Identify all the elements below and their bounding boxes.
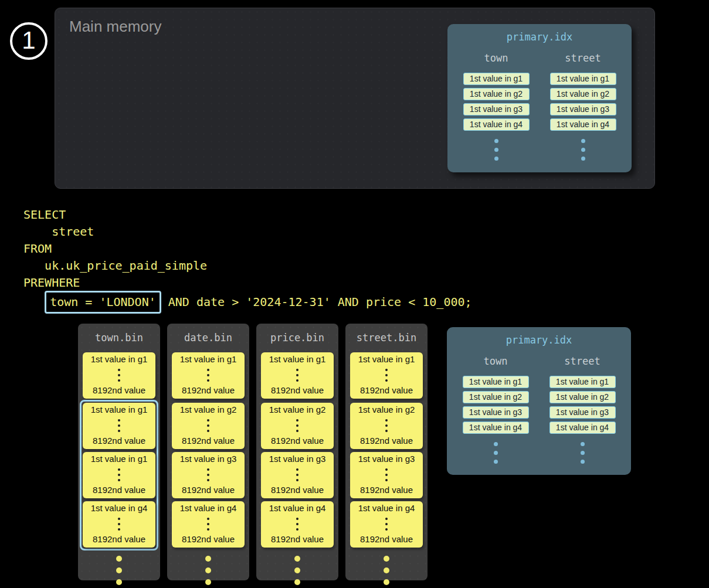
bin-column-header: street.bin [345, 324, 428, 344]
primary-idx-title: primary.idx [447, 24, 632, 43]
step-badge: 1 [10, 22, 48, 60]
granule-block: 1st value in g4 8192nd value [261, 501, 334, 548]
granule-group: 1st value in g2 8192nd value 1st value i… [347, 400, 426, 550]
granule-block: 1st value in g4 8192nd value [350, 501, 423, 548]
idx-column-town: town 1st value in g1 1st value in g2 1st… [462, 52, 530, 161]
sql-line: uk.uk_price_paid_simple [23, 257, 472, 274]
granule-first-value-label: 1st value in g1 [180, 355, 237, 365]
index-entry-chip: 1st value in g1 [463, 376, 529, 388]
granule-last-value-label: 8192nd value [360, 535, 413, 545]
ellipsis-dots [207, 468, 209, 481]
granule-first-value-label: 1st value in g1 [269, 355, 326, 365]
index-entry-chip: 1st value in g3 [463, 103, 530, 115]
granule-first-value-label: 1st value in g2 [180, 405, 237, 415]
granule-group: 1st value in g2 8192nd value 1st value i… [169, 400, 247, 550]
step-number: 1 [22, 28, 35, 53]
ellipsis-dots [345, 556, 428, 585]
primary-idx-columns: town 1st value in g1 1st value in g2 1st… [447, 355, 631, 464]
granule-group: 1st value in g2 8192nd value 1st value i… [258, 400, 337, 550]
granule-stack: 1st value in g1 8192nd value 1st value i… [345, 352, 428, 585]
granule-stack: 1st value in g1 8192nd value 1st value i… [78, 352, 160, 585]
ellipsis-dots [296, 419, 298, 432]
index-entry-chip: 1st value in g1 [549, 376, 616, 388]
bin-column-price: price.bin 1st value in g1 8192nd value 1… [256, 324, 338, 580]
idx-column-town: town 1st value in g1 1st value in g2 1st… [462, 355, 530, 464]
granule-last-value-label: 8192nd value [360, 436, 413, 446]
granule-first-value-label: 1st value in g3 [269, 454, 326, 464]
idx-column-header: town [484, 355, 508, 367]
granule-block: 1st value in g2 8192nd value [172, 403, 245, 449]
index-entry-chip: 1st value in g1 [463, 73, 530, 85]
index-entry-chip: 1st value in g2 [550, 88, 616, 100]
idx-column-street: street 1st value in g1 1st value in g2 1… [548, 355, 616, 464]
primary-idx-title: primary.idx [447, 327, 631, 346]
ellipsis-dots [385, 419, 388, 432]
ellipsis-dots [207, 419, 209, 432]
granule-last-value-label: 8192nd value [93, 386, 145, 396]
selected-granules-highlight: 1st value in g1 8192nd value 1st value i… [80, 400, 158, 550]
granule-last-value-label: 8192nd value [93, 535, 145, 545]
ellipsis-dots [207, 369, 209, 382]
granule-block: 1st value in g3 8192nd value [261, 452, 334, 498]
granule-last-value-label: 8192nd value [93, 485, 145, 495]
ellipsis-dots [296, 468, 298, 481]
bin-column-header: date.bin [167, 324, 249, 344]
prewhere-town-predicate-highlight: town = 'LONDON' [45, 291, 161, 314]
granule-last-value-label: 8192nd value [271, 535, 324, 545]
index-entry-chip: 1st value in g3 [463, 406, 529, 419]
ellipsis-dots [296, 518, 298, 531]
granule-first-value-label: 1st value in g4 [91, 504, 148, 514]
idx-column-header: street [565, 52, 601, 64]
sql-rest-of-condition: AND date > '2024-12-31' AND price < 10_0… [161, 294, 472, 311]
primary-idx-card-disk: primary.idx town 1st value in g1 1st val… [447, 327, 631, 475]
ellipsis-dots [118, 468, 120, 481]
granule-block: 1st value in g1 8192nd value [172, 352, 245, 399]
index-entry-chip: 1st value in g4 [549, 422, 616, 434]
granule-block: 1st value in g1 8192nd value [261, 352, 334, 399]
granule-block: 1st value in g1 8192nd value [83, 403, 155, 449]
granule-block: 1st value in g4 8192nd value [83, 501, 155, 548]
ellipsis-dots [118, 419, 120, 432]
granule-block: 1st value in g3 8192nd value [172, 452, 245, 498]
main-memory-panel: Main memory primary.idx town 1st value i… [55, 8, 655, 189]
granule-last-value-label: 8192nd value [360, 485, 413, 495]
granule-first-value-label: 1st value in g2 [358, 405, 415, 415]
granule-block: 1st value in g4 8192nd value [172, 501, 245, 548]
sql-line: PREWHERE [23, 274, 472, 291]
granule-first-value-label: 1st value in g3 [180, 454, 237, 464]
granule-last-value-label: 8192nd value [182, 485, 235, 495]
bin-column-header: price.bin [256, 324, 338, 344]
index-entry-chip: 1st value in g4 [463, 118, 530, 131]
idx-column-header: street [564, 355, 600, 367]
bin-column-town: town.bin 1st value in g1 8192nd value 1s… [78, 324, 160, 580]
index-entry-chip: 1st value in g3 [550, 103, 616, 115]
granule-last-value-label: 8192nd value [93, 436, 145, 446]
ellipsis-dots [118, 369, 120, 382]
granule-first-value-label: 1st value in g4 [269, 504, 326, 514]
granule-block: 1st value in g1 8192nd value [83, 452, 155, 498]
sql-line: street [23, 223, 472, 240]
granule-last-value-label: 8192nd value [182, 535, 235, 545]
sql-line: FROM [23, 240, 472, 257]
ellipsis-dots [494, 139, 498, 161]
granule-last-value-label: 8192nd value [360, 386, 413, 396]
granule-last-value-label: 8192nd value [271, 485, 324, 495]
ellipsis-dots [167, 556, 249, 585]
idx-column-street: street 1st value in g1 1st value in g2 1… [549, 52, 617, 161]
sql-line-prewhere-condition: town = 'LONDON' AND date > '2024-12-31' … [23, 291, 472, 312]
index-entry-chip: 1st value in g1 [550, 73, 616, 85]
granule-last-value-label: 8192nd value [182, 386, 235, 396]
sql-indent [23, 294, 45, 311]
granule-first-value-label: 1st value in g1 [358, 355, 415, 365]
index-entry-chip: 1st value in g4 [550, 118, 616, 131]
granule-block: 1st value in g1 8192nd value [83, 352, 155, 399]
sql-line: SELECT [23, 206, 472, 223]
index-entry-chip: 1st value in g2 [549, 391, 616, 403]
main-memory-title: Main memory [69, 18, 161, 36]
granule-first-value-label: 1st value in g3 [358, 454, 415, 464]
index-entry-chip: 1st value in g4 [463, 422, 529, 434]
ellipsis-dots [494, 442, 498, 464]
granule-stack: 1st value in g1 8192nd value 1st value i… [256, 352, 338, 585]
granule-last-value-label: 8192nd value [271, 386, 324, 396]
granule-block: 1st value in g2 8192nd value [350, 403, 423, 449]
